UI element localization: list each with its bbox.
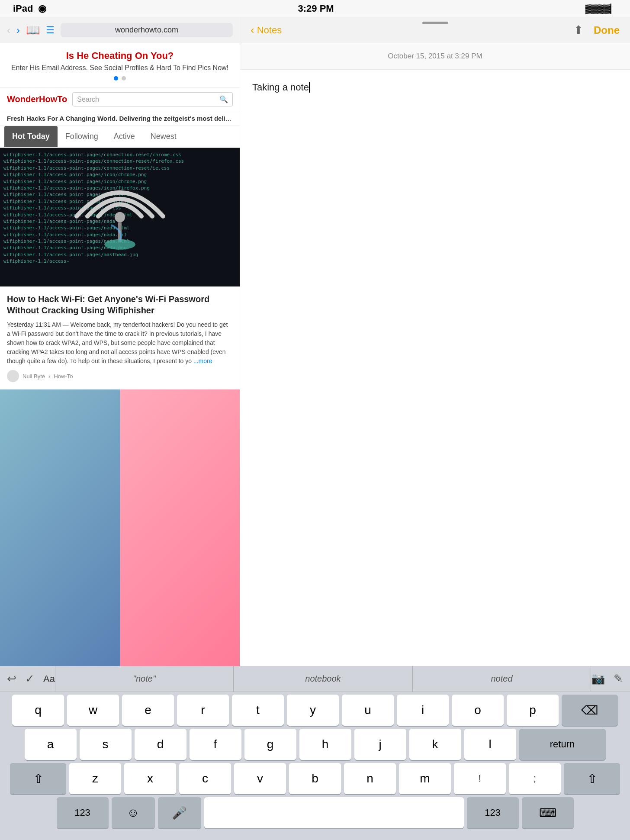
key-u[interactable]: u: [342, 695, 394, 726]
bookmark-icon[interactable]: 📖: [26, 23, 40, 37]
search-placeholder: Search: [77, 96, 99, 103]
key-c[interactable]: c: [179, 763, 231, 794]
share-icon[interactable]: ⬆: [574, 23, 583, 37]
draw-icon[interactable]: ✎: [614, 672, 623, 686]
keyboard-rows: q w e r t y u i o p ⌫ a s d f g h j k l …: [0, 692, 630, 828]
key-m[interactable]: m: [399, 763, 451, 794]
key-o[interactable]: o: [452, 695, 504, 726]
tagline-bold: Fresh Hacks For A Changing World.: [7, 115, 117, 122]
notes-back-label: Notes: [257, 25, 282, 36]
wht-logo: WonderHowTo: [7, 94, 67, 104]
tab-newest[interactable]: Newest: [143, 126, 184, 147]
key-row-3: ⇧ z x c v b n m ! ; ⇧: [3, 763, 627, 794]
search-icon: 🔍: [219, 95, 228, 103]
key-e[interactable]: e: [122, 695, 174, 726]
key-l[interactable]: l: [464, 729, 516, 760]
drag-handle[interactable]: [422, 22, 448, 24]
key-j[interactable]: j: [354, 729, 406, 760]
notes-back-button[interactable]: ‹ Notes: [251, 23, 282, 37]
key-v[interactable]: v: [234, 763, 286, 794]
back-button[interactable]: ‹: [7, 24, 10, 36]
done-button[interactable]: Done: [594, 24, 620, 36]
wht-search-bar[interactable]: Search 🔍: [72, 92, 233, 106]
keyboard-area: ↩ ✓ Aa "note" notebook noted 📷 ✎ q w e: [0, 666, 630, 840]
article-meta: Null Byte › How-To: [7, 370, 233, 382]
key-x[interactable]: x: [124, 763, 176, 794]
key-delete[interactable]: ⌫: [562, 695, 618, 726]
key-semicolon[interactable]: ;: [509, 763, 561, 794]
article-title: How to Hack Wi-Fi: Get Anyone's Wi-Fi Pa…: [7, 293, 233, 316]
notes-body-text: Taking a note: [252, 82, 309, 93]
key-p[interactable]: p: [507, 695, 559, 726]
category-separator: ›: [48, 373, 50, 380]
url-bar[interactable]: wonderhowto.com: [61, 23, 233, 37]
suggestion-noted[interactable]: noted: [412, 666, 591, 692]
notes-toolbar: ‹ Notes ⬆ Done: [240, 17, 630, 43]
status-left: iPad ◉: [13, 3, 46, 14]
tagline-sub: Delivering the zeitgeist's most deligh: [119, 115, 233, 122]
key-f[interactable]: f: [190, 729, 241, 760]
key-space[interactable]: [204, 797, 464, 828]
key-w[interactable]: w: [67, 695, 119, 726]
key-exclaim[interactable]: !: [454, 763, 506, 794]
status-bar: iPad ◉ 3:29 PM ▓▓▓▓▏: [0, 0, 630, 17]
camera-icon[interactable]: 📷: [591, 672, 605, 686]
key-n[interactable]: n: [344, 763, 396, 794]
suggestion-notebook-text: notebook: [305, 674, 341, 684]
key-z[interactable]: z: [69, 763, 121, 794]
forward-button[interactable]: ›: [16, 24, 20, 36]
notes-date: October 15, 2015 at 3:29 PM: [240, 43, 630, 70]
article-content: How to Hack Wi-Fi: Get Anyone's Wi-Fi Pa…: [0, 286, 240, 389]
ad-dots: [7, 76, 233, 80]
key-a[interactable]: a: [25, 729, 77, 760]
tab-following[interactable]: Following: [58, 126, 106, 147]
more-link[interactable]: ...more: [193, 357, 212, 364]
key-q[interactable]: q: [12, 695, 64, 726]
key-d[interactable]: d: [135, 729, 186, 760]
key-mic[interactable]: 🎤: [158, 797, 201, 828]
suggestion-notebook[interactable]: notebook: [234, 666, 412, 692]
key-i[interactable]: i: [397, 695, 449, 726]
keyboard-bottom-spacer: [0, 831, 630, 840]
suggestion-note-text: "note": [133, 674, 156, 684]
carrier-label: iPad: [13, 3, 33, 14]
wifi-icon: ◉: [38, 3, 46, 14]
key-shift-left[interactable]: ⇧: [10, 763, 66, 794]
suggestion-note[interactable]: "note": [55, 666, 234, 692]
wht-header: WonderHowTo Search 🔍: [0, 88, 240, 111]
key-numbers-left[interactable]: 123: [57, 797, 109, 828]
menu-icon[interactable]: ☰: [46, 25, 55, 36]
key-t[interactable]: t: [232, 695, 284, 726]
key-b[interactable]: b: [289, 763, 341, 794]
ad-title: Is He Cheating On You?: [7, 50, 233, 61]
key-y[interactable]: y: [287, 695, 339, 726]
svg-point-0: [115, 212, 125, 222]
key-h[interactable]: h: [299, 729, 351, 760]
tab-active[interactable]: Active: [106, 126, 143, 147]
back-chevron-icon: ‹: [251, 23, 254, 37]
key-emoji[interactable]: ☺: [112, 797, 155, 828]
check-icon[interactable]: ✓: [25, 672, 35, 686]
format-button[interactable]: Aa: [43, 673, 55, 685]
key-row-4: 123 ☺ 🎤 123 ⌨: [3, 797, 627, 828]
key-shift-right[interactable]: ⇧: [564, 763, 620, 794]
author-avatar: [7, 370, 19, 382]
key-keyboard[interactable]: ⌨: [522, 797, 574, 828]
ad-banner[interactable]: Is He Cheating On You? Enter His Email A…: [0, 43, 240, 88]
key-numbers-right[interactable]: 123: [467, 797, 519, 828]
wht-tabs: Hot Today Following Active Newest: [0, 126, 240, 148]
undo-icon[interactable]: ↩: [7, 672, 16, 686]
key-return[interactable]: return: [519, 729, 606, 760]
key-r[interactable]: r: [177, 695, 229, 726]
safari-toolbar: ‹ › 📖 ☰ wonderhowto.com: [0, 17, 240, 43]
ad-dot-1: [114, 76, 118, 80]
key-s[interactable]: s: [80, 729, 132, 760]
autocomplete-left: ↩ ✓ Aa: [7, 672, 55, 686]
key-g[interactable]: g: [244, 729, 296, 760]
tab-hot-today[interactable]: Hot Today: [4, 126, 58, 147]
time-label: 3:29 PM: [298, 3, 334, 14]
author-name: Null Byte: [22, 373, 45, 380]
key-k[interactable]: k: [409, 729, 461, 760]
article-image: wifiphisher-1.1/access-point-pages/conne…: [0, 148, 240, 286]
ad-subtitle: Enter His Email Address. See Social Prof…: [7, 64, 233, 72]
